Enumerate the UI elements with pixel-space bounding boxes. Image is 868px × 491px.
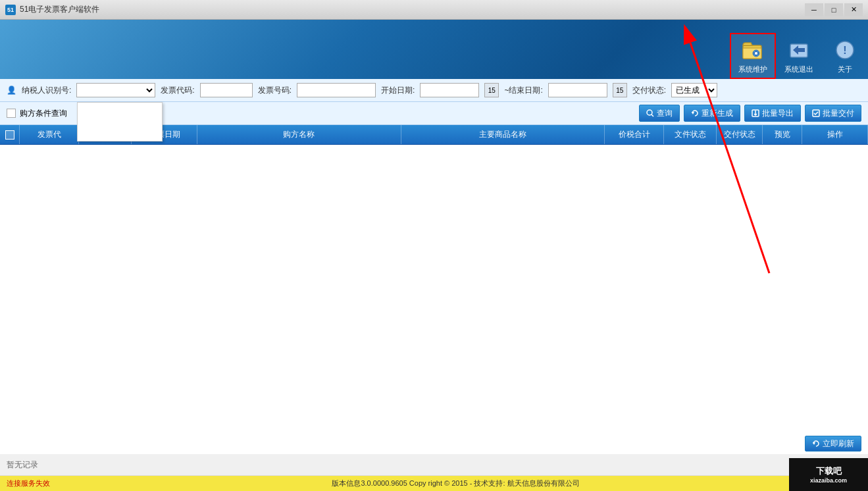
- tax-id-dropdown: [77, 102, 163, 142]
- query-button[interactable]: 查询: [639, 105, 680, 122]
- folder-gear-icon: [741, 38, 765, 62]
- buyer-condition-checkbox[interactable]: [7, 109, 16, 118]
- tax-id-label: 纳税人识别号:: [22, 85, 71, 96]
- regenerate-icon: [691, 109, 699, 117]
- invoice-code-input[interactable]: [200, 83, 253, 97]
- batch-delivery-button[interactable]: 批量交付: [805, 105, 861, 122]
- delivery-status-select[interactable]: 已生成: [671, 83, 717, 97]
- app-title: 51电子发票客户端软件: [20, 4, 99, 15]
- system-maintain-label: 系统维护: [738, 65, 767, 74]
- svg-point-3: [755, 52, 757, 55]
- buyer-condition-label: 购方条件查询: [20, 108, 67, 119]
- watermark: 下载吧 xiazaiba.com: [789, 458, 868, 491]
- start-date-label: 开始日期:: [381, 85, 415, 96]
- invoice-no-input[interactable]: [297, 83, 376, 97]
- start-date-calendar-btn[interactable]: 15: [484, 83, 499, 97]
- th-operation: 操作: [802, 125, 868, 144]
- th-invoice-code: 发票代: [20, 125, 79, 144]
- search-bar2-left: 购方条件查询: [7, 108, 67, 119]
- refresh-area: 立即刷新: [805, 436, 861, 452]
- refresh-button[interactable]: 立即刷新: [805, 436, 861, 452]
- toolbar-area: 系统维护 系统退出 ! 关于: [0, 20, 868, 79]
- svg-text:!: !: [843, 45, 846, 56]
- svg-rect-6: [753, 52, 755, 55]
- watermark-line2: xiazaiba.com: [810, 477, 847, 484]
- th-goods-name: 主要商品名称: [401, 125, 605, 144]
- svg-point-12: [647, 110, 652, 115]
- svg-rect-5: [755, 55, 757, 56]
- th-preview: 预览: [763, 125, 802, 144]
- invoice-no-label: 发票号码:: [258, 85, 292, 96]
- delivery-icon: [812, 109, 820, 117]
- app-icon: 51: [5, 5, 16, 15]
- window-controls: ─ □ ✕: [805, 3, 863, 16]
- svg-line-13: [651, 115, 653, 116]
- back-arrow-icon: [787, 38, 811, 62]
- refresh-icon: [812, 440, 820, 448]
- th-buyer-name: 购方名称: [197, 125, 401, 144]
- status-bar: 连接服务失效 版本信息3.0.0000.9605 Copy right © 20…: [0, 475, 868, 491]
- toolbar-buttons: 系统维护 系统退出 ! 关于: [730, 20, 868, 79]
- about-button[interactable]: ! 关于: [822, 33, 868, 79]
- system-exit-button[interactable]: 系统退出: [776, 33, 822, 79]
- search-bar: 👤 纳税人识别号: 发票代码: 发票号码: 开始日期: 2020-07-15 1…: [0, 79, 868, 102]
- no-record-text: 暂无记录: [7, 459, 861, 471]
- header-checkbox[interactable]: [5, 130, 14, 140]
- svg-rect-4: [755, 51, 757, 52]
- table-body: [0, 145, 868, 454]
- minimize-button[interactable]: ─: [805, 3, 823, 16]
- export-icon: [752, 109, 759, 117]
- person-icon: 👤: [7, 86, 16, 95]
- search-icon: [646, 109, 654, 117]
- invoice-code-label: 发票代码:: [161, 85, 194, 96]
- tax-id-select[interactable]: [76, 83, 155, 97]
- version-info: 版本信息3.0.0000.9605 Copy right © 2015 - 技术…: [332, 478, 579, 488]
- batch-export-button[interactable]: 批量导出: [744, 105, 801, 122]
- system-exit-label: 系统退出: [784, 65, 813, 74]
- end-date-calendar-btn[interactable]: 15: [613, 83, 627, 97]
- th-delivery-status: 交付状态: [717, 125, 763, 144]
- watermark-line1: 下载吧: [816, 465, 842, 477]
- system-maintain-button[interactable]: 系统维护: [730, 33, 776, 79]
- delivery-status-label: 交付状态:: [632, 85, 666, 96]
- close-button[interactable]: ✕: [844, 3, 863, 16]
- th-file-status: 文件状态: [664, 125, 717, 144]
- maximize-button[interactable]: □: [825, 3, 843, 16]
- search-bar2-right: 查询 重新生成 批量导出 批量交付: [639, 105, 861, 122]
- end-date-input[interactable]: 2020-07-15: [548, 83, 607, 97]
- svg-rect-7: [757, 52, 759, 55]
- title-bar-left: 51 51电子发票客户端软件: [5, 4, 99, 15]
- about-label: 关于: [838, 65, 852, 74]
- regenerate-button[interactable]: 重新生成: [684, 105, 740, 122]
- connection-status: 连接服务失效: [7, 478, 50, 488]
- end-date-label: ~结束日期:: [504, 85, 542, 96]
- th-amount: 价税合计: [605, 125, 664, 144]
- start-date-input[interactable]: 2020-07-15: [420, 83, 479, 97]
- th-checkbox: [0, 125, 20, 144]
- info-icon: !: [833, 38, 857, 62]
- title-bar: 51 51电子发票客户端软件 ─ □ ✕: [0, 0, 868, 20]
